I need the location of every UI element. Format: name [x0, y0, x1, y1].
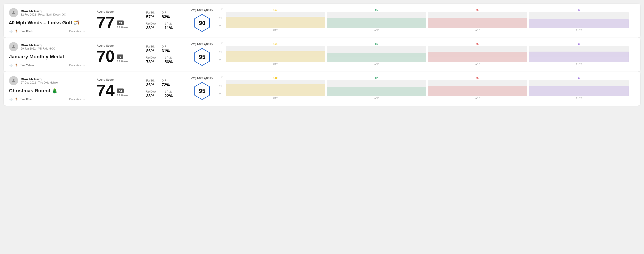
y-label-50: 50: [220, 16, 222, 19]
bar-axis-label: ARG: [475, 29, 480, 31]
bar-top-marker: [428, 18, 528, 18]
card-left: Blair McHarg 27 Dec 2021 · The Oxfordshi…: [9, 76, 90, 101]
stat-gir-value: 83%: [162, 15, 170, 19]
stat-gir-value: 72%: [162, 83, 170, 87]
quality-section: Avg Shot Quality 95: [191, 42, 213, 67]
svg-point-1: [13, 45, 14, 47]
bar-fill: [529, 86, 629, 96]
stat-oneputt-label: 1 Putt: [164, 90, 172, 93]
score-main: 74 +2 18 Holes: [96, 82, 133, 98]
round-title: 40 Mph Winds... Links Golf 🪃: [9, 20, 84, 26]
bag-icon: 🏌️: [15, 64, 18, 67]
bar-top-marker: [327, 87, 426, 88]
chart-wrapper: 100 50 0 101 OTT: [218, 44, 629, 66]
y-label-0: 0: [220, 59, 221, 61]
stat-oneputt: 1 Putt 56%: [164, 56, 172, 64]
data-source: Data: Arccos: [69, 64, 84, 67]
bar-fill: [428, 86, 528, 96]
score-badge-wrap: +2 18 Holes: [117, 89, 128, 97]
bar-value-label: 110: [274, 77, 278, 79]
card-stats: FW Hit 36% GIR 72% Up/Down 33% 1 Putt 22…: [140, 76, 185, 101]
player-meta: 12 Feb 2022 · Royal North Devon GC: [21, 13, 66, 16]
bar-column-putt: 82 PUTT: [529, 12, 629, 31]
bar-top-marker: [327, 53, 426, 54]
card-footer: ☁️ 🏌️ Tee: Black Data: Arccos: [9, 29, 84, 33]
stat-fw-hit: FW Hit 86%: [146, 45, 154, 53]
bar-fill: [428, 52, 528, 62]
stat-oneputt-label: 1 Putt: [164, 56, 172, 59]
bar-fill: [529, 19, 629, 28]
bar-top-marker: [529, 52, 629, 52]
bar-axis-label: APP: [374, 63, 379, 66]
avatar: [9, 8, 18, 17]
stat-oneputt: 1 Putt 22%: [164, 90, 172, 98]
stat-fw-hit-value: 36%: [146, 83, 154, 87]
bar-value-label: 98: [476, 8, 479, 11]
bar-bg: [529, 12, 629, 28]
bar-top-marker: [529, 86, 629, 87]
score-main: 77 +5 18 Holes: [96, 14, 133, 30]
bar-bg: [428, 12, 528, 28]
card-quality: Avg Shot Quality 95 100 50 0: [185, 42, 635, 67]
stat-updown-value: 78%: [146, 60, 157, 64]
bar-chart: 100 50 0 110 OTT: [226, 78, 629, 100]
bar-fill: [226, 17, 325, 28]
bar-column-putt: 93 PUTT: [529, 80, 629, 100]
stat-fw-hit-value: 86%: [146, 49, 154, 53]
stats-row-bottom: Up/Down 33% 1 Putt 11%: [146, 22, 178, 30]
card-stats: FW Hit 86% GIR 61% Up/Down 78% 1 Putt 56…: [140, 42, 185, 67]
card-left: Blair McHarg 29 Jan 2022 · Mill Ride GCC…: [9, 42, 90, 67]
quality-score: 90: [199, 20, 206, 26]
hexagon-wrap: 95: [192, 47, 212, 67]
stats-row-bottom: Up/Down 78% 1 Putt 56%: [146, 56, 178, 64]
bar-chart: 100 50 0 107 OTT: [226, 10, 629, 31]
y-label-0: 0: [220, 93, 221, 95]
bar-column-app: 87 APP: [327, 80, 426, 100]
tee-info: ☁️ 🏌️ Tee: Black: [9, 29, 33, 33]
card-stats: FW Hit 57% GIR 83% Up/Down 33% 1 Putt 11…: [140, 8, 185, 33]
card-quality: Avg Shot Quality 95 100 50 0: [185, 76, 635, 101]
stat-updown-value: 33%: [146, 26, 157, 30]
stat-fw-hit-label: FW Hit: [146, 79, 154, 82]
y-label-50: 50: [220, 50, 222, 53]
data-source: Data: Arccos: [69, 98, 84, 101]
data-source: Data: Arccos: [69, 30, 84, 33]
bar-value-label: 86: [375, 43, 378, 45]
stat-gir-value: 61%: [162, 49, 170, 53]
tee-label: Tee: Blue: [20, 98, 32, 101]
score-holes: 18 Holes: [117, 26, 128, 29]
tee-label: Tee: Yellow: [20, 64, 34, 67]
card-footer: ☁️ 🏌️ Tee: Yellow Data: Arccos: [9, 64, 84, 67]
card-score: Round Score 77 +5 18 Holes: [90, 8, 140, 33]
score-holes: 18 Holes: [117, 94, 128, 97]
grid-line-100: 100: [226, 78, 629, 78]
score-label: Round Score: [96, 78, 133, 81]
score-label: Round Score: [96, 44, 133, 47]
stat-gir-label: GIR: [162, 79, 170, 82]
bar-axis-label: APP: [374, 29, 379, 31]
bar-axis-label: PUTT: [576, 97, 582, 100]
bar-column-ott: 110 OTT: [226, 80, 325, 100]
score-badge-wrap: +5 18 Holes: [117, 20, 128, 29]
bar-value-label: 95: [375, 8, 378, 11]
player-name: Blair McHarg: [21, 9, 66, 13]
hexagon-wrap: 90: [192, 13, 212, 33]
stat-gir: GIR 61%: [162, 45, 170, 53]
quality-score: 95: [199, 54, 206, 61]
tee-info: ☁️ 🏌️ Tee: Blue: [9, 98, 32, 101]
stat-gir-label: GIR: [162, 11, 170, 14]
quality-label: Avg Shot Quality: [191, 8, 213, 11]
y-label-100: 100: [220, 42, 223, 45]
quality-section: Avg Shot Quality 95: [191, 76, 213, 101]
stat-updown-value: 33%: [146, 94, 157, 98]
player-info: Blair McHarg 29 Jan 2022 · Mill Ride GCC: [21, 43, 55, 50]
bar-top-marker: [226, 51, 325, 52]
tee-info: ☁️ 🏌️ Tee: Yellow: [9, 64, 34, 67]
bar-fill: [428, 18, 528, 28]
card-left: Blair McHarg 12 Feb 2022 · Royal North D…: [9, 8, 90, 33]
score-holes: 18 Holes: [117, 60, 128, 63]
round-title: January Monthly Medal: [9, 54, 84, 60]
tee-label: Tee: Black: [20, 30, 33, 33]
bar-bg: [226, 80, 325, 96]
chart-wrapper: 100 50 0 107 OTT: [218, 10, 629, 31]
